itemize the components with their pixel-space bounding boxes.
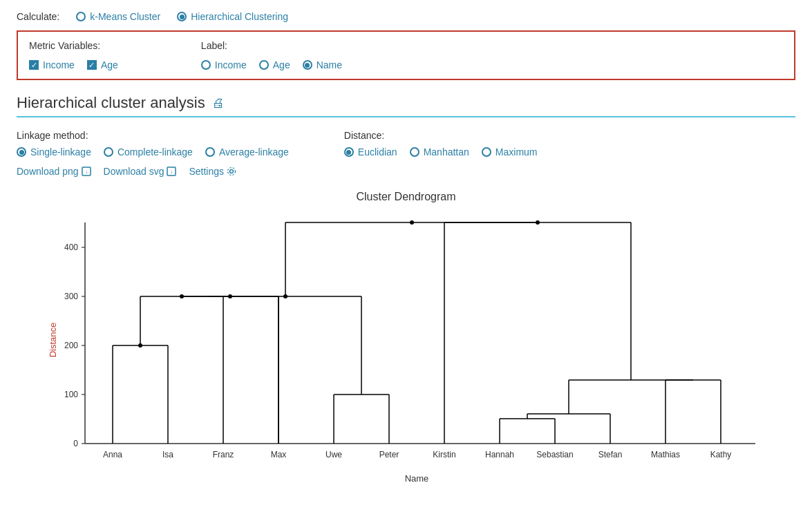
svg-text:Distance: Distance <box>48 323 58 358</box>
svg-text:Stefan: Stefan <box>598 450 622 459</box>
download-row: Download png ↓ Download svg ↓ Settings <box>17 166 795 177</box>
metric-variables-section: Metric Variables: ✓ Income ✓ Age <box>29 40 118 70</box>
metric-label-box: Metric Variables: ✓ Income ✓ Age Label: … <box>17 30 795 80</box>
single-linkage-label: Single-linkage <box>30 146 91 158</box>
download-svg-icon: ↓ <box>167 167 176 176</box>
linkage-label: Linkage method: <box>17 130 289 141</box>
svg-text:↓: ↓ <box>85 169 88 175</box>
label-income-radio[interactable] <box>201 60 211 70</box>
svg-text:Uwe: Uwe <box>325 450 341 459</box>
svg-text:Anna: Anna <box>102 450 122 459</box>
svg-text:Franz: Franz <box>212 450 234 459</box>
chart-container: Cluster Dendrogram 0 100 200 300 400 Dis… <box>44 191 769 501</box>
age-checkbox-option[interactable]: ✓ Age <box>87 59 118 70</box>
analysis-title: Hierarchical cluster analysis <box>17 94 205 112</box>
average-linkage-option[interactable]: Average-linkage <box>205 146 289 158</box>
chart-title: Cluster Dendrogram <box>44 191 769 203</box>
age-checkbox[interactable]: ✓ <box>87 60 97 70</box>
calculate-label: Calculate: <box>17 11 59 22</box>
label-income-label: Income <box>215 59 247 70</box>
hierarchical-label: Hierarchical Clustering <box>191 11 288 22</box>
kmeans-radio[interactable] <box>76 12 86 21</box>
complete-linkage-label: Complete-linkage <box>117 146 193 158</box>
calculate-row: Calculate: k-Means Cluster Hierarchical … <box>17 11 795 22</box>
income-checkbox[interactable]: ✓ <box>29 60 39 70</box>
manhattan-label: Manhattan <box>424 146 469 158</box>
download-png-link[interactable]: Download png ↓ <box>17 166 91 177</box>
analysis-header: Hierarchical cluster analysis 🖨 <box>17 94 795 117</box>
single-linkage-option[interactable]: Single-linkage <box>17 146 91 158</box>
download-svg-link[interactable]: Download svg ↓ <box>104 166 177 177</box>
label-name-label: Name <box>317 59 342 70</box>
svg-text:100: 100 <box>64 390 77 399</box>
label-name-option[interactable]: Name <box>303 59 342 70</box>
maximum-radio[interactable] <box>482 147 491 157</box>
hierarchical-option[interactable]: Hierarchical Clustering <box>177 11 288 22</box>
complete-linkage-option[interactable]: Complete-linkage <box>104 146 193 158</box>
svg-point-5 <box>228 168 236 175</box>
euclidian-label: Euclidian <box>358 146 397 158</box>
label-title: Label: <box>201 40 342 51</box>
linkage-options: Single-linkage Complete-linkage Average-… <box>17 146 289 158</box>
svg-text:Name: Name <box>404 473 428 484</box>
svg-text:400: 400 <box>64 243 77 252</box>
label-age-option[interactable]: Age <box>259 59 290 70</box>
svg-text:0: 0 <box>73 439 78 448</box>
label-options-row: Income Age Name <box>201 59 342 70</box>
svg-text:Peter: Peter <box>379 450 399 459</box>
label-name-radio[interactable] <box>303 60 312 70</box>
svg-point-4 <box>230 170 234 173</box>
svg-text:Mathias: Mathias <box>650 450 679 459</box>
svg-text:Hannah: Hannah <box>484 450 513 459</box>
maximum-label: Maximum <box>495 146 538 158</box>
kmeans-option[interactable]: k-Means Cluster <box>76 11 160 22</box>
euclidian-radio[interactable] <box>344 147 354 157</box>
income-checkbox-label: Income <box>43 59 75 70</box>
euclidian-option[interactable]: Euclidian <box>344 146 397 158</box>
svg-text:300: 300 <box>64 292 77 301</box>
print-icon[interactable]: 🖨 <box>212 96 225 111</box>
linkage-group: Linkage method: Single-linkage Complete-… <box>17 130 289 158</box>
settings-label: Settings <box>189 166 224 177</box>
age-checkbox-label: Age <box>101 59 118 70</box>
distance-label: Distance: <box>344 130 538 141</box>
complete-linkage-radio[interactable] <box>104 147 113 157</box>
distance-group: Distance: Euclidian Manhattan Maximum <box>344 130 538 158</box>
label-age-label: Age <box>273 59 290 70</box>
download-png-label: Download png <box>17 166 79 177</box>
kmeans-label: k-Means Cluster <box>90 11 160 22</box>
label-age-radio[interactable] <box>259 60 269 70</box>
settings-link[interactable]: Settings <box>189 166 236 177</box>
linkage-distance-row: Linkage method: Single-linkage Complete-… <box>17 130 795 158</box>
metric-variables-title: Metric Variables: <box>29 40 118 51</box>
settings-icon <box>227 167 236 176</box>
label-income-option[interactable]: Income <box>201 59 247 70</box>
metric-options-row: ✓ Income ✓ Age <box>29 59 118 70</box>
svg-text:Isa: Isa <box>162 450 173 459</box>
income-checkbox-option[interactable]: ✓ Income <box>29 59 75 70</box>
svg-text:Kirstin: Kirstin <box>433 450 455 459</box>
average-linkage-radio[interactable] <box>205 147 215 157</box>
single-linkage-radio[interactable] <box>17 147 26 157</box>
svg-text:200: 200 <box>64 341 77 350</box>
maximum-option[interactable]: Maximum <box>482 146 538 158</box>
dendrogram-svg: 0 100 200 300 400 Distance Anna Isa Fran… <box>44 209 769 499</box>
distance-options: Euclidian Manhattan Maximum <box>344 146 538 158</box>
svg-text:Sebastian: Sebastian <box>536 450 573 459</box>
label-section: Label: Income Age Name <box>201 40 342 70</box>
svg-text:↓: ↓ <box>170 169 173 175</box>
svg-point-68 <box>410 220 414 225</box>
svg-text:Max: Max <box>270 450 286 459</box>
download-png-icon: ↓ <box>82 167 91 176</box>
average-linkage-label: Average-linkage <box>219 146 289 158</box>
manhattan-radio[interactable] <box>410 147 419 157</box>
hierarchical-radio[interactable] <box>177 12 187 21</box>
download-svg-label: Download svg <box>104 166 164 177</box>
manhattan-option[interactable]: Manhattan <box>410 146 469 158</box>
svg-text:Kathy: Kathy <box>710 450 731 459</box>
